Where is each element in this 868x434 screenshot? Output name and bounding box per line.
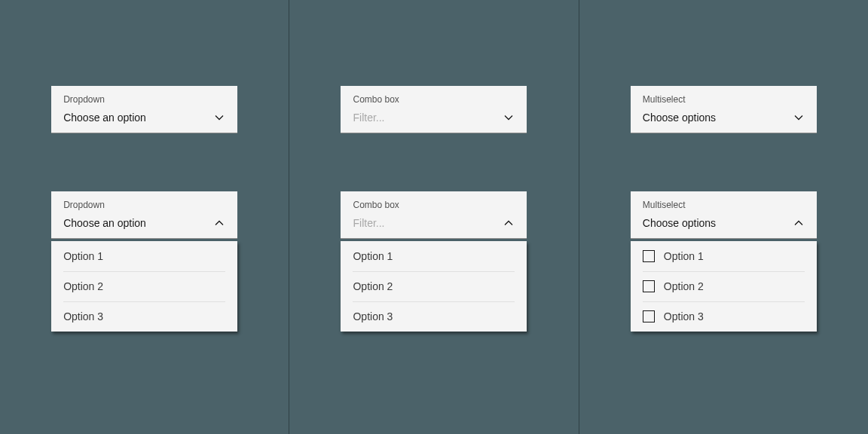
dropdown-value: Choose an option xyxy=(63,110,146,125)
combobox-placeholder: Filter... xyxy=(353,110,384,125)
multiselect-option[interactable]: Option 1 xyxy=(631,241,817,271)
dropdown-open[interactable]: Dropdown Choose an option xyxy=(51,191,237,239)
chevron-up-icon xyxy=(213,217,225,229)
dropdown-value: Choose an option xyxy=(63,215,146,231)
column-multiselect: Multiselect Choose options Multiselect C… xyxy=(579,0,868,434)
checkbox-unchecked-icon[interactable] xyxy=(643,310,655,322)
option-label: Option 2 xyxy=(664,280,704,292)
combobox-closed[interactable]: Combo box Filter... xyxy=(341,86,527,133)
dropdown-option[interactable]: Option 1 xyxy=(51,241,237,271)
multiselect-value: Choose options xyxy=(643,110,716,125)
combobox-option[interactable]: Option 3 xyxy=(341,301,527,332)
multiselect-value: Choose options xyxy=(643,215,716,231)
column-combobox: Combo box Filter... Combo box Filter... … xyxy=(289,0,579,434)
column-dropdown: Dropdown Choose an option Dropdown Choos… xyxy=(0,0,289,434)
dropdown-closed[interactable]: Dropdown Choose an option xyxy=(51,86,237,133)
option-label: Option 3 xyxy=(353,310,393,322)
chevron-down-icon xyxy=(793,112,805,124)
multiselect-option[interactable]: Option 3 xyxy=(631,301,817,332)
checkbox-unchecked-icon[interactable] xyxy=(643,280,655,292)
option-label: Option 2 xyxy=(63,280,103,292)
combobox-option[interactable]: Option 1 xyxy=(341,241,527,271)
multiselect-open[interactable]: Multiselect Choose options xyxy=(631,191,817,239)
combobox-placeholder: Filter... xyxy=(353,215,384,231)
option-label: Option 1 xyxy=(63,250,103,262)
dropdown-label: Dropdown xyxy=(63,93,225,105)
combobox-menu: Option 1 Option 2 Option 3 xyxy=(341,241,527,332)
chevron-up-icon xyxy=(503,217,515,229)
option-label: Option 1 xyxy=(353,250,393,262)
combobox-open[interactable]: Combo box Filter... xyxy=(341,191,527,239)
option-label: Option 1 xyxy=(664,250,704,262)
option-label: Option 3 xyxy=(63,310,103,322)
dropdown-option[interactable]: Option 2 xyxy=(51,271,237,301)
multiselect-label: Multiselect xyxy=(643,93,805,105)
multiselect-option[interactable]: Option 2 xyxy=(631,271,817,301)
chevron-down-icon xyxy=(213,112,225,124)
combobox-option[interactable]: Option 2 xyxy=(341,271,527,301)
dropdown-option[interactable]: Option 3 xyxy=(51,301,237,332)
dropdown-menu: Option 1 Option 2 Option 3 xyxy=(51,241,237,332)
combobox-label: Combo box xyxy=(353,93,515,105)
combobox-label: Combo box xyxy=(353,199,515,211)
multiselect-menu: Option 1 Option 2 Option 3 xyxy=(631,241,817,332)
checkbox-unchecked-icon[interactable] xyxy=(643,250,655,262)
option-label: Option 2 xyxy=(353,280,393,292)
dropdown-label: Dropdown xyxy=(63,199,225,211)
option-label: Option 3 xyxy=(664,310,704,322)
chevron-down-icon xyxy=(503,112,515,124)
multiselect-label: Multiselect xyxy=(643,199,805,211)
multiselect-closed[interactable]: Multiselect Choose options xyxy=(631,86,817,133)
chevron-up-icon xyxy=(793,217,805,229)
